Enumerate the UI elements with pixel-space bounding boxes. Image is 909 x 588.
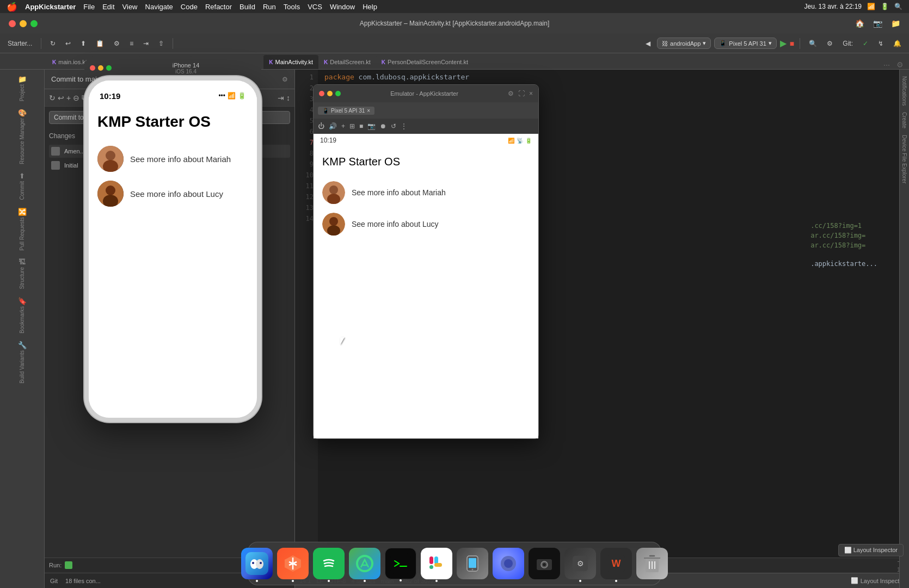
dock-circle-app[interactable]	[493, 548, 524, 579]
emulator-ctrl-vol-up[interactable]: +	[341, 122, 345, 130]
emulator-ctrl-rotate[interactable]: ↺	[391, 122, 396, 130]
right-label-device-file[interactable]: Device File Explorer	[900, 133, 908, 185]
apple-icon[interactable]: 🍎	[7, 2, 17, 12]
home-icon[interactable]: 🏠	[855, 19, 864, 28]
dock-spotify[interactable]	[313, 548, 345, 579]
menu-window[interactable]: Window	[330, 3, 355, 11]
menu-file[interactable]: File	[83, 3, 95, 11]
tabs-overflow-btn[interactable]: ⋯	[880, 61, 893, 69]
vcs-more-btn[interactable]: ≡	[126, 39, 137, 48]
sidebar-item-commit[interactable]: ⬆ Commit	[0, 169, 44, 203]
dock-simulator[interactable]	[457, 548, 488, 579]
commit-checkbox-2[interactable]	[51, 161, 60, 170]
emulator-tab-close[interactable]: ×	[367, 108, 370, 114]
dock-workbench[interactable]: W	[600, 548, 632, 579]
sidebar-item-bookmarks[interactable]: 🔖 Bookmarks	[0, 294, 44, 337]
git-extra-btn[interactable]: ↯	[875, 39, 887, 48]
menu-refactor[interactable]: Refactor	[205, 3, 232, 11]
dock-finder[interactable]	[241, 548, 273, 579]
menu-run[interactable]: Run	[263, 3, 276, 11]
ios-sim-close[interactable]	[90, 65, 95, 71]
emulator-ctrl-screen[interactable]: 📷	[367, 122, 376, 130]
close-button[interactable]	[9, 20, 16, 27]
vcs-push-btn[interactable]: 📋	[93, 39, 107, 48]
ios-sim-maximize[interactable]	[106, 65, 112, 71]
vcs-update-btn[interactable]: ↻	[47, 39, 59, 48]
git-undo-btn[interactable]: ↩	[58, 94, 64, 102]
layout-inspector-panel[interactable]: ⬜ Layout Inspector	[838, 544, 904, 556]
menu-code[interactable]: Code	[181, 3, 198, 11]
tab-persondetail[interactable]: K PersonDetailScreenContent.kt	[376, 55, 474, 69]
menu-edit[interactable]: Edit	[102, 3, 114, 11]
git-indent-btn[interactable]: ⇥	[278, 94, 284, 102]
settings-btn[interactable]: ⚙	[824, 39, 836, 48]
stop-button[interactable]: ■	[790, 39, 794, 48]
emulator-ctrl-stop[interactable]: ■	[359, 122, 363, 130]
emulator-ctrl-audio[interactable]: 🔊	[329, 122, 337, 130]
dock-extra[interactable]: ⚙	[564, 548, 596, 579]
tabs-settings-btn[interactable]: ⚙	[893, 60, 907, 69]
emulator-close[interactable]	[319, 91, 324, 96]
right-label-notifications[interactable]: Notifications	[900, 74, 908, 108]
dock-slack[interactable]	[421, 548, 452, 579]
ios-list-item-lucy[interactable]: See more info about Lucy	[97, 176, 248, 211]
vcs-undo-btn[interactable]: ↩	[62, 39, 74, 48]
device-target-btn[interactable]: 📱 Pixel 5 API 31 ▾	[714, 38, 777, 49]
menu-view[interactable]: View	[122, 3, 138, 11]
vcs-extra-btn[interactable]: ⇧	[155, 39, 167, 48]
emulator-maximize[interactable]	[335, 91, 341, 96]
menu-navigate[interactable]: Navigate	[145, 3, 173, 11]
menu-tools[interactable]: Tools	[284, 3, 300, 11]
git-refresh-btn[interactable]: ↻	[49, 94, 56, 102]
android-list-item-lucy[interactable]: See more info about Lucy	[322, 208, 530, 240]
panel-files-tab[interactable]: 18 files con...	[62, 577, 104, 585]
camera-icon[interactable]: 📷	[873, 19, 882, 28]
tab-mainactivity[interactable]: K MainActivity.kt	[263, 55, 318, 69]
sidebar-item-project[interactable]: 📁 Project	[0, 72, 44, 104]
notifications-btn[interactable]: 🔔	[890, 39, 905, 48]
emulator-minimize[interactable]	[327, 91, 333, 96]
vcs-commit-btn[interactable]: ⬆	[77, 39, 89, 48]
menu-appname[interactable]: AppKickstarter	[25, 3, 76, 11]
maximize-button[interactable]	[30, 20, 38, 27]
emulator-device-tab[interactable]: 📱 Pixel 5 API 31 ×	[318, 107, 374, 115]
tab-detailscreen[interactable]: K DetailScreen.kt	[318, 55, 376, 69]
emulator-ctrl-record[interactable]: ⏺	[380, 122, 386, 130]
emulator-ctrl-power[interactable]: ⏻	[318, 122, 324, 130]
search-everywhere-btn[interactable]: 🔍	[806, 39, 820, 48]
menu-vcs[interactable]: VCS	[308, 3, 322, 11]
git-revert-btn[interactable]: ⊖	[73, 94, 79, 102]
dock-terminal[interactable]	[385, 548, 416, 579]
git-target-btn[interactable]: ⛓ androidApp ▾	[657, 38, 711, 49]
run-button[interactable]: ▶	[780, 38, 787, 48]
folder-icon[interactable]: 📁	[891, 19, 900, 28]
search-icon[interactable]: 🔍	[894, 3, 902, 10]
sidebar-item-resource[interactable]: 🎨 Resource Manager	[0, 106, 44, 168]
dock-camera[interactable]	[529, 548, 560, 579]
commit-checkbox-1[interactable]	[51, 147, 60, 156]
emulator-settings-icon[interactable]: ⚙	[508, 90, 514, 97]
vcs-tools-btn[interactable]: ⚙	[110, 39, 123, 48]
emulator-expand-icon[interactable]: ⛶	[518, 90, 525, 97]
ios-list-item-mariah[interactable]: See more info about Mariah	[97, 141, 248, 176]
dock-android-studio[interactable]	[349, 548, 380, 579]
git-branch-btn[interactable]: Git:	[839, 39, 856, 48]
emulator-ctrl-more[interactable]: ⋮	[401, 122, 407, 130]
android-list-item-mariah[interactable]: See more info about Mariah	[322, 177, 530, 208]
panel-git-tab[interactable]: Git	[47, 577, 61, 585]
ios-sim-minimize[interactable]	[98, 65, 103, 71]
menu-help[interactable]: Help	[363, 3, 377, 11]
emulator-close-icon[interactable]: ×	[529, 90, 533, 97]
minimize-button[interactable]	[20, 20, 27, 27]
git-add-btn[interactable]: +	[66, 94, 71, 102]
gear-icon[interactable]: ⚙	[282, 76, 288, 83]
git-sort-btn[interactable]: ↕	[286, 94, 290, 102]
vcs-indent-btn[interactable]: ⇥	[140, 39, 152, 48]
nav-back-btn[interactable]: ◀	[642, 39, 654, 48]
layout-inspector-btn[interactable]: ⬜ Layout Inspector	[851, 577, 905, 584]
sidebar-item-pullreq[interactable]: 🔀 Pull Requests	[0, 205, 44, 254]
emulator-ctrl-mode[interactable]: ⊞	[349, 122, 355, 130]
right-label-create[interactable]: Create	[900, 110, 908, 131]
dock-trash[interactable]	[636, 548, 668, 579]
sidebar-item-buildvariants[interactable]: 🔧 Build Variants	[0, 338, 44, 387]
